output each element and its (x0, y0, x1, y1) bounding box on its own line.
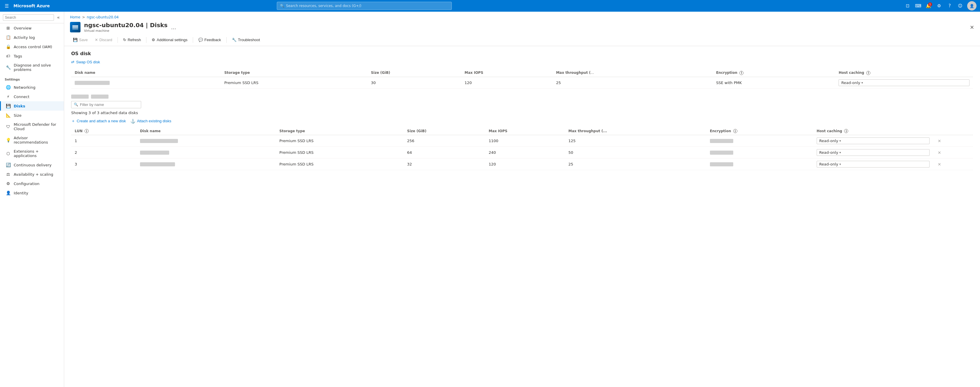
brand-name: Microsoft Azure (13, 3, 50, 8)
delete-disk-button-1[interactable]: ✕ (937, 150, 942, 156)
host-caching-select-1[interactable]: Read-only ▾ (817, 149, 930, 156)
max-iops-cell-2: 120 (485, 158, 565, 170)
col-data-encryption: Encryption i (706, 127, 813, 135)
sidebar-item-disks[interactable]: 💾 Disks (0, 101, 64, 111)
os-max-throughput-cell: 25 (552, 77, 713, 88)
resource-title-row: ngsc-ubuntu20.04 | Disks Virtual machine… (70, 22, 974, 33)
sidebar-item-label: Disks (14, 104, 25, 108)
page-header: Home > ngsc-ubuntu20.04 ngsc-ubuntu20.04… (64, 12, 980, 34)
swap-os-disk-button[interactable]: ⇄ Swap OS disk (71, 60, 100, 64)
troubleshoot-label: Troubleshoot (238, 38, 260, 42)
showing-text: Showing 3 of 3 attached data disks (71, 111, 973, 115)
feedback-nav-icon[interactable]: 😊 (956, 1, 965, 11)
notifications-icon[interactable]: 🔔 1 (924, 1, 933, 11)
sidebar-item-extensions[interactable]: ⬡ Extensions + applications (0, 147, 64, 160)
sidebar-item-size[interactable]: 📐 Size (0, 111, 64, 120)
data-host-caching-info-icon[interactable]: i (844, 129, 848, 133)
access-control-icon: 🔒 (6, 45, 11, 49)
os-host-caching-select[interactable]: Read-only ▾ (838, 80, 969, 86)
create-attach-label: Create and attach a new disk (77, 119, 126, 123)
refresh-icon: ↻ (123, 38, 126, 42)
settings-icon[interactable]: ⚙ (934, 1, 944, 11)
sidebar-item-configuration[interactable]: ⚙ Configuration (0, 179, 64, 188)
sidebar-item-availability[interactable]: ⚖ Availability + scaling (0, 170, 64, 179)
sidebar-item-label: Activity log (14, 35, 35, 40)
search-placeholder: Search resources, services, and docs (G+… (286, 4, 361, 8)
col-data-host-caching: Host caching i (813, 127, 933, 135)
save-button[interactable]: 💾 Save (70, 36, 91, 43)
feedback-button[interactable]: 💬 Feedback (196, 36, 224, 43)
lun-info-icon[interactable]: i (84, 129, 89, 133)
max-throughput-cell-1: 50 (565, 147, 706, 158)
os-host-caching-cell: Read-only ▾ (835, 77, 973, 88)
col-storage-type: Storage type (221, 69, 368, 77)
close-button[interactable]: ✕ (970, 24, 974, 30)
delete-disk-button-0[interactable]: ✕ (937, 138, 942, 144)
encryption-blurred-1 (710, 151, 733, 154)
refresh-button[interactable]: ↻ Refresh (120, 36, 144, 43)
discard-icon: ✕ (95, 38, 98, 42)
breadcrumb-home[interactable]: Home (70, 15, 80, 19)
filter-input-wrap: 🔍 (71, 101, 141, 108)
host-caching-select-2[interactable]: Read-only ▾ (817, 161, 930, 167)
sidebar-item-advisor[interactable]: 💡 Advisor recommendations (0, 134, 64, 147)
additional-settings-button[interactable]: ⚙ Additional settings (149, 36, 191, 43)
cloud-shell-icon[interactable]: ⌨ (913, 1, 923, 11)
sidebar-collapse-btn[interactable]: « (56, 14, 61, 21)
ellipsis-button[interactable]: ... (171, 24, 176, 30)
availability-icon: ⚖ (6, 172, 11, 177)
delete-disk-button-2[interactable]: ✕ (937, 161, 942, 167)
attach-existing-button[interactable]: ⚓ Attach existing disks (130, 119, 171, 123)
breadcrumb: Home > ngsc-ubuntu20.04 (70, 15, 974, 19)
sidebar-item-networking[interactable]: 🌐 Networking (0, 83, 64, 92)
os-disk-name-cell (71, 77, 221, 88)
host-caching-select-0[interactable]: Read-only ▾ (817, 137, 930, 144)
sidebar-item-label: Identity (14, 191, 28, 195)
host-caching-info-icon[interactable]: i (866, 71, 870, 75)
toolbar-divider-4 (226, 37, 227, 43)
filter-icon: 🔍 (74, 102, 78, 107)
os-encryption-cell: SSE with PMK (713, 77, 835, 88)
content-area: Home > ngsc-ubuntu20.04 ngsc-ubuntu20.04… (64, 12, 980, 387)
encryption-info-icon[interactable]: i (740, 71, 743, 75)
sidebar-item-overview[interactable]: ⊞ Overview (0, 23, 64, 33)
host-caching-cell-1: Read-only ▾ (813, 147, 933, 158)
search-input[interactable] (3, 14, 54, 21)
user-avatar[interactable]: 👤 (967, 1, 977, 11)
os-disk-table: Disk name Storage type Size (GiB) Max IO… (71, 69, 973, 89)
col-data-actions (933, 127, 973, 135)
sidebar-item-label: Networking (14, 85, 35, 89)
help-icon[interactable]: ? (945, 1, 955, 11)
sidebar-item-access-control[interactable]: 🔒 Access control (IAM) (0, 42, 64, 51)
discard-label: Discard (99, 38, 112, 42)
sidebar-item-continuous-delivery[interactable]: 🔄 Continuous delivery (0, 160, 64, 170)
global-search-bar[interactable]: 🔍 Search resources, services, and docs (… (277, 2, 452, 10)
resource-name: ngsc-ubuntu20.04 | Disks (84, 22, 168, 29)
sidebar: « ⊞ Overview 📋 Activity log 🔒 Access con… (0, 12, 64, 387)
hamburger-menu[interactable]: ☰ (3, 2, 10, 10)
resource-icon (70, 22, 81, 32)
breadcrumb-resource[interactable]: ngsc-ubuntu20.04 (87, 15, 119, 19)
size-cell-2: 32 (404, 158, 485, 170)
continuous-delivery-icon: 🔄 (6, 162, 11, 167)
sidebar-item-tags[interactable]: 🏷 Tags (0, 51, 64, 61)
defender-icon: 🛡 (6, 124, 11, 129)
size-cell-0: 256 (404, 135, 485, 147)
sidebar-item-activity-log[interactable]: 📋 Activity log (0, 33, 64, 42)
filter-input[interactable] (80, 102, 138, 107)
sidebar-item-diagnose[interactable]: 🔧 Diagnose and solve problems (0, 61, 64, 74)
data-encryption-info-icon[interactable]: i (733, 129, 737, 133)
notification-badge: 1 (928, 2, 932, 6)
sidebar-item-identity[interactable]: 👤 Identity (0, 188, 64, 197)
troubleshoot-button[interactable]: 🔧 Troubleshoot (229, 36, 263, 43)
main-layout: « ⊞ Overview 📋 Activity log 🔒 Access con… (0, 0, 980, 387)
discard-button[interactable]: ✕ Discard (92, 36, 115, 43)
sidebar-item-connect[interactable]: ⚡ Connect (0, 92, 64, 101)
sidebar-item-defender[interactable]: 🛡 Microsoft Defender for Cloud (0, 120, 64, 134)
networking-icon: 🌐 (6, 85, 11, 89)
create-attach-button[interactable]: ＋ Create and attach a new disk (71, 118, 126, 124)
toolbar: 💾 Save ✕ Discard ↻ Refresh ⚙ Additional … (64, 34, 980, 46)
portal-icon[interactable]: ⊡ (903, 1, 912, 11)
feedback-label: Feedback (204, 38, 221, 42)
os-disk-header-row: Disk name Storage type Size (GiB) Max IO… (71, 69, 973, 77)
